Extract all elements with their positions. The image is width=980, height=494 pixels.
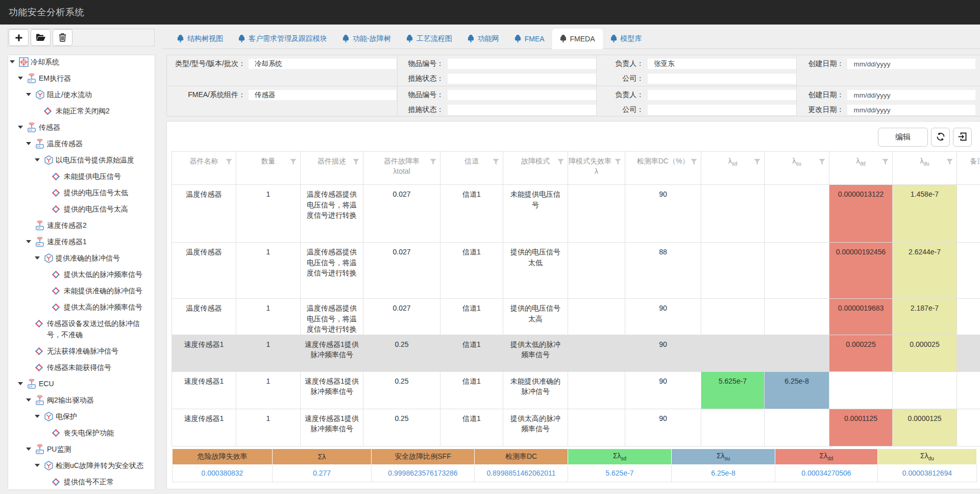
table-cell[interactable]: 未能提供电压信 号 [503,185,568,243]
table-cell[interactable]: 1.458e-7 [893,185,957,243]
table-cell[interactable]: 信道1 [440,243,503,299]
tree-item[interactable]: 提供信号不正常 [8,474,155,490]
type-model-version-batch-field[interactable] [249,59,396,69]
table-cell[interactable] [957,299,980,335]
tree-item[interactable]: 阻止/使水流动 [8,86,155,103]
table-cell[interactable]: 温度传感器 [172,243,236,299]
fmea-system-component-field[interactable] [249,90,396,100]
table-cell[interactable]: 6.25e-8 [765,371,829,409]
table-cell[interactable]: 未能提供准确的 脉冲信号 [503,371,568,409]
table-cell[interactable]: 0.0000013122 [829,185,893,243]
table-cell[interactable] [957,409,980,446]
open-button[interactable] [31,29,51,46]
filter-icon[interactable] [615,157,621,168]
tab-工艺流程图[interactable]: 工艺流程图 [399,29,460,49]
table-cell[interactable] [568,243,625,299]
table-cell[interactable] [957,243,980,299]
item-number-1-field[interactable] [448,59,596,69]
table-cell[interactable] [701,243,765,299]
tree-item[interactable]: PU监测 [8,441,155,457]
table-cell[interactable]: 0.0000125 [893,409,957,446]
table-cell[interactable] [957,185,980,243]
caret-down-icon[interactable] [24,394,35,406]
caret-down-icon[interactable] [24,443,35,455]
table-cell[interactable]: 提供太低的脉冲 频率信号 [503,335,568,371]
owner-1-field[interactable] [648,59,796,69]
table-cell[interactable]: 0.25 [363,335,440,371]
filter-icon[interactable] [290,157,297,168]
table-cell[interactable] [957,371,980,409]
table-cell[interactable] [765,335,829,371]
table-cell[interactable] [568,299,625,335]
table-cell[interactable]: 90 [625,299,701,335]
caret-down-icon[interactable] [16,122,27,133]
filter-icon[interactable] [557,157,564,168]
table-cell[interactable] [957,335,980,371]
tree-item[interactable]: 无法获得准确脉冲信号 [8,343,155,359]
table-cell[interactable] [893,371,957,409]
table-cell[interactable]: 速度传感器1 [172,409,236,446]
tree-item[interactable]: 未能提供电压信号 [8,168,155,184]
filter-icon[interactable] [691,157,697,168]
table-cell[interactable]: 88 [625,243,701,299]
tab-客户需求管理及跟踪模块[interactable]: 客户需求管理及跟踪模块 [231,29,335,49]
table-cell[interactable]: 提供太高的脉冲 频率信号 [503,409,568,446]
owner-2-field[interactable] [648,90,796,100]
table-cell[interactable] [701,185,765,243]
tree-item[interactable]: 提供太低的脉冲频率信号 [8,266,155,283]
table-cell[interactable]: 速度传感器1 [172,371,236,409]
table-cell[interactable]: 温度传感器提供 电压信号，将温 度信号进行转换 [301,299,363,335]
table-cell[interactable]: 0.00000192456 [829,243,893,299]
tree-item[interactable]: 传感器未能获得信号 [8,359,155,375]
caret-down-icon[interactable] [8,56,19,67]
table-cell[interactable] [568,371,625,409]
company-2-field[interactable] [648,105,796,115]
tree-item[interactable]: ECU [8,375,155,392]
caret-down-icon[interactable] [33,252,44,264]
caret-down-icon[interactable] [24,138,35,149]
measure-status-1-field[interactable] [448,74,596,84]
table-cell[interactable]: 温度传感器 [172,185,236,243]
tree-item[interactable]: 速度传感器1 [8,233,155,250]
caret-down-icon[interactable] [16,378,27,389]
company-1-field[interactable] [648,74,796,84]
tree-item[interactable]: 速度传感器2 [8,217,155,233]
table-cell[interactable]: 提供的电压信号 太低 [503,243,568,299]
export-button[interactable] [953,128,972,147]
caret-down-icon[interactable] [33,411,44,422]
table-cell[interactable]: 1 [236,371,301,409]
tree-item[interactable]: 温度传感器 [8,135,155,152]
table-cell[interactable]: 0.000225 [829,335,893,371]
tab-模型库[interactable]: 模型库 [603,29,650,49]
table-cell[interactable] [701,409,765,446]
delete-button[interactable] [53,29,72,46]
filter-icon[interactable] [819,157,825,168]
table-cell[interactable] [829,371,893,409]
tree-item[interactable]: 阀2输出驱动器 [8,392,155,408]
tree-item[interactable]: 未能正常关闭阀2 [8,103,155,119]
table-cell[interactable]: 1 [236,409,301,446]
tree-item[interactable]: 电保护 [8,408,155,425]
tree-item[interactable]: 以电压信号提供原始温度 [8,152,155,168]
tree-item[interactable]: 未能提供准确的脉冲信号 [8,283,155,299]
tree-item[interactable]: 提供的电压信号太低 [8,184,155,201]
tab-FMEA[interactable]: FMEA [507,29,552,49]
table-cell[interactable]: 温度传感器提供 电压信号，将温 度信号进行转换 [301,243,363,299]
table-cell[interactable]: 速度传感器1提供 脉冲频率信号 [301,371,363,409]
table-cell[interactable]: 0.0000019683 [829,299,893,335]
table-cell[interactable]: 速度传感器1提供 脉冲频率信号 [301,409,363,446]
table-cell[interactable]: 90 [625,185,701,243]
table-cell[interactable]: 信道1 [440,371,503,409]
tree-item[interactable]: 传感器 [8,119,155,135]
item-number-2-field[interactable] [448,90,596,100]
tab-功能-故障树[interactable]: 功能-故障树 [335,29,399,49]
table-cell[interactable]: 温度传感器 [172,299,236,335]
tab-功能网[interactable]: 功能网 [460,29,507,49]
modify-date-2-field[interactable] [847,105,975,115]
tab-结构树视图[interactable]: 结构树视图 [169,29,231,49]
caret-down-icon[interactable] [24,236,35,247]
add-button[interactable] [9,29,29,46]
table-cell[interactable]: 0.0001125 [829,409,893,446]
table-cell[interactable]: 90 [625,409,701,446]
table-cell[interactable]: 1 [236,299,301,335]
